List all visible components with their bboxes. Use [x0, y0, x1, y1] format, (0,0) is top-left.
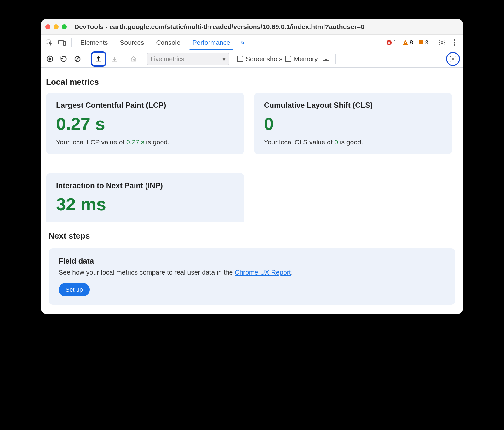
text: See how your local metrics compare to re… — [59, 269, 235, 276]
svg-point-12 — [454, 44, 455, 46]
window-title: DevTools - earth.google.com/static/multi… — [74, 23, 459, 31]
inp-value: 32 ms — [56, 194, 234, 214]
warnings-indicator[interactable]: 8 — [402, 39, 413, 46]
metric-cards: Largest Contentful Paint (LCP) 0.27 s Yo… — [43, 93, 461, 222]
text: Your local LCP value of — [56, 138, 126, 146]
separator — [143, 54, 143, 64]
separator — [124, 54, 124, 64]
close-window-button[interactable] — [45, 24, 50, 29]
home-button[interactable] — [128, 53, 139, 65]
crux-report-link[interactable]: Chrome UX Report — [235, 269, 291, 276]
field-data-desc: See how your local metrics compare to re… — [59, 269, 445, 276]
svg-rect-2 — [63, 41, 66, 45]
save-profile-button[interactable] — [109, 53, 120, 65]
screenshots-checkbox[interactable]: Screenshots — [237, 55, 283, 63]
separator — [233, 54, 233, 64]
memory-checkbox[interactable]: Memory — [285, 55, 318, 63]
minimize-window-button[interactable] — [54, 24, 59, 29]
tab-performance[interactable]: Performance — [187, 35, 235, 50]
lcp-value: 0.27 s — [56, 113, 234, 134]
text: . — [291, 269, 293, 276]
cls-desc: Your local CLS value of 0 is good. — [264, 138, 442, 146]
errors-indicator[interactable]: 1 — [386, 39, 397, 46]
checkbox-label: Screenshots — [246, 55, 283, 63]
cls-good-value: 0 — [334, 138, 338, 146]
tab-console[interactable]: Console — [151, 35, 186, 50]
svg-rect-5 — [405, 44, 406, 44]
tab-elements[interactable]: Elements — [75, 35, 113, 50]
capture-settings-button[interactable] — [446, 52, 460, 66]
lcp-desc: Your local LCP value of 0.27 s is good. — [56, 138, 234, 146]
setup-button[interactable]: Set up — [59, 283, 90, 296]
record-button[interactable] — [44, 53, 55, 65]
cls-card: Cumulative Layout Shift (CLS) 0 Your loc… — [254, 93, 452, 154]
text: is good. — [338, 138, 363, 146]
select-label: Live metrics — [151, 55, 184, 63]
tab-label: Performance — [192, 39, 230, 46]
tab-sources[interactable]: Sources — [115, 35, 149, 50]
issues-indicator[interactable]: 3 — [419, 39, 428, 46]
error-icon — [386, 40, 392, 45]
lcp-good-value: 0.27 s — [126, 138, 144, 146]
inspect-element-icon[interactable] — [44, 37, 55, 48]
chevron-down-icon: ▾ — [222, 55, 226, 63]
field-data-card: Field data See how your local metrics co… — [49, 248, 455, 305]
device-toggle-icon[interactable] — [57, 37, 67, 48]
issues-count: 3 — [425, 39, 428, 46]
tab-label: Sources — [120, 39, 144, 46]
warnings-count: 8 — [410, 39, 413, 46]
tab-label: Elements — [80, 39, 108, 46]
kebab-menu-icon[interactable] — [449, 37, 460, 48]
devtools-window: DevTools - earth.google.com/static/multi… — [41, 19, 463, 314]
lcp-card: Largest Contentful Paint (LCP) 0.27 s Yo… — [46, 93, 244, 154]
svg-rect-4 — [405, 42, 406, 43]
reload-record-button[interactable] — [58, 53, 69, 65]
svg-point-10 — [454, 39, 455, 41]
load-profile-button[interactable] — [91, 51, 106, 67]
cls-value: 0 — [264, 113, 442, 134]
performance-toolbar: Live metrics ▾ Screenshots Memory — [41, 50, 463, 68]
flag-icon — [419, 40, 424, 45]
inp-title: Interaction to Next Paint (INP) — [56, 181, 234, 190]
lcp-title: Largest Contentful Paint (LCP) — [56, 101, 234, 110]
inp-card: Interaction to Next Paint (INP) 32 ms — [46, 173, 244, 222]
garbage-collect-button[interactable] — [320, 53, 332, 65]
traffic-lights — [45, 24, 67, 29]
svg-point-9 — [441, 42, 443, 44]
svg-rect-16 — [325, 57, 327, 60]
checkbox-label: Memory — [294, 55, 318, 63]
history-select[interactable]: Live metrics ▾ — [147, 53, 229, 65]
errors-count: 1 — [393, 39, 397, 46]
next-steps-heading: Next steps — [49, 231, 455, 241]
more-tabs-icon[interactable]: » — [237, 37, 248, 48]
titlebar: DevTools - earth.google.com/static/multi… — [41, 19, 463, 35]
zoom-window-button[interactable] — [62, 24, 67, 29]
svg-point-14 — [49, 58, 51, 61]
local-metrics-heading: Local metrics — [43, 77, 461, 93]
svg-rect-7 — [421, 41, 421, 43]
next-steps-section: Next steps Field data See how your local… — [43, 222, 461, 314]
checkbox-icon — [285, 56, 291, 62]
svg-point-17 — [452, 58, 454, 60]
svg-rect-1 — [59, 40, 63, 44]
svg-point-11 — [454, 42, 455, 43]
devtools-tabstrip: Elements Sources Console Performance » 1… — [41, 35, 463, 50]
text: is good. — [144, 138, 169, 146]
checkbox-icon — [237, 56, 243, 62]
separator — [335, 54, 336, 64]
text: Your local CLS value of — [264, 138, 334, 146]
tab-label: Console — [156, 39, 180, 46]
warning-icon — [402, 40, 409, 45]
svg-rect-8 — [421, 43, 421, 44]
cls-title: Cumulative Layout Shift (CLS) — [264, 101, 442, 110]
performance-content: Local metrics Largest Contentful Paint (… — [41, 68, 463, 314]
clear-button[interactable] — [72, 53, 83, 65]
separator — [71, 38, 72, 47]
separator — [87, 54, 87, 64]
settings-icon[interactable] — [437, 37, 447, 48]
field-data-title: Field data — [59, 257, 445, 265]
